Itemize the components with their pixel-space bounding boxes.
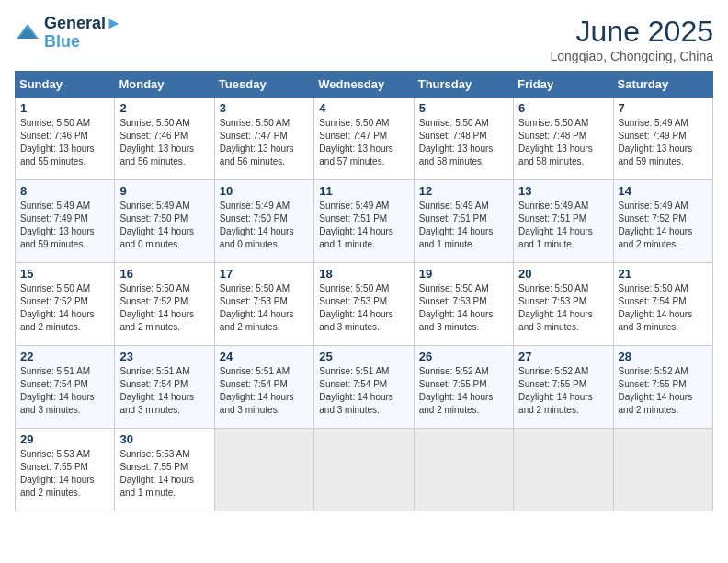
day-cell: 8Sunrise: 5:49 AM Sunset: 7:49 PM Daylig… [16, 180, 115, 263]
day-number: 23 [119, 350, 209, 363]
logo-icon [15, 20, 40, 46]
day-number: 25 [319, 350, 408, 363]
day-cell: 6Sunrise: 5:50 AM Sunset: 7:48 PM Daylig… [514, 98, 613, 180]
day-number: 5 [419, 101, 508, 115]
day-info: Sunrise: 5:52 AM Sunset: 7:55 PM Dayligh… [619, 365, 708, 417]
day-cell: 15Sunrise: 5:50 AM Sunset: 7:52 PM Dayli… [16, 263, 115, 346]
day-cell [314, 429, 414, 511]
day-number: 2 [119, 101, 209, 115]
day-cell: 22Sunrise: 5:51 AM Sunset: 7:54 PM Dayli… [16, 346, 115, 429]
day-info: Sunrise: 5:50 AM Sunset: 7:46 PM Dayligh… [119, 117, 209, 168]
day-cell: 3Sunrise: 5:50 AM Sunset: 7:47 PM Daylig… [214, 98, 313, 180]
day-number: 15 [20, 267, 109, 281]
col-header-friday: Friday [514, 72, 613, 98]
day-info: Sunrise: 5:51 AM Sunset: 7:54 PM Dayligh… [119, 365, 209, 417]
day-number: 7 [619, 101, 708, 115]
day-number: 3 [220, 101, 309, 115]
day-cell: 10Sunrise: 5:49 AM Sunset: 7:50 PM Dayli… [214, 180, 313, 263]
week-row-4: 22Sunrise: 5:51 AM Sunset: 7:54 PM Dayli… [16, 346, 713, 429]
col-header-wednesday: Wednesday [314, 72, 414, 98]
day-number: 22 [20, 350, 109, 363]
day-cell: 27Sunrise: 5:52 AM Sunset: 7:55 PM Dayli… [514, 346, 613, 429]
day-info: Sunrise: 5:53 AM Sunset: 7:55 PM Dayligh… [119, 448, 209, 500]
day-number: 29 [20, 432, 109, 446]
day-number: 10 [220, 184, 309, 198]
day-info: Sunrise: 5:49 AM Sunset: 7:52 PM Dayligh… [619, 200, 708, 251]
day-cell: 1Sunrise: 5:50 AM Sunset: 7:46 PM Daylig… [16, 98, 115, 180]
day-number: 19 [419, 267, 508, 281]
day-cell [613, 429, 712, 511]
day-number: 12 [419, 184, 508, 198]
col-header-saturday: Saturday [613, 72, 712, 98]
day-cell: 13Sunrise: 5:49 AM Sunset: 7:51 PM Dayli… [514, 180, 613, 263]
day-info: Sunrise: 5:50 AM Sunset: 7:53 PM Dayligh… [518, 282, 608, 334]
day-cell: 25Sunrise: 5:51 AM Sunset: 7:54 PM Dayli… [314, 346, 414, 429]
day-number: 18 [319, 267, 408, 281]
day-info: Sunrise: 5:50 AM Sunset: 7:52 PM Dayligh… [119, 282, 209, 334]
day-cell [414, 429, 513, 511]
day-cell: 18Sunrise: 5:50 AM Sunset: 7:53 PM Dayli… [314, 263, 414, 346]
day-info: Sunrise: 5:50 AM Sunset: 7:52 PM Dayligh… [20, 282, 109, 334]
col-header-monday: Monday [115, 72, 214, 98]
day-cell: 28Sunrise: 5:52 AM Sunset: 7:55 PM Dayli… [613, 346, 712, 429]
day-info: Sunrise: 5:50 AM Sunset: 7:47 PM Dayligh… [220, 117, 309, 168]
day-cell: 21Sunrise: 5:50 AM Sunset: 7:54 PM Dayli… [613, 263, 712, 346]
month-title: June 2025 [551, 15, 713, 49]
day-cell: 17Sunrise: 5:50 AM Sunset: 7:53 PM Dayli… [214, 263, 313, 346]
day-info: Sunrise: 5:53 AM Sunset: 7:55 PM Dayligh… [20, 448, 109, 500]
day-number: 28 [619, 350, 708, 363]
day-info: Sunrise: 5:51 AM Sunset: 7:54 PM Dayligh… [319, 365, 408, 417]
day-cell: 11Sunrise: 5:49 AM Sunset: 7:51 PM Dayli… [314, 180, 414, 263]
day-number: 4 [319, 101, 408, 115]
day-number: 6 [518, 101, 608, 115]
day-info: Sunrise: 5:50 AM Sunset: 7:46 PM Dayligh… [20, 117, 109, 168]
day-cell: 23Sunrise: 5:51 AM Sunset: 7:54 PM Dayli… [115, 346, 214, 429]
day-cell: 5Sunrise: 5:50 AM Sunset: 7:48 PM Daylig… [414, 98, 513, 180]
day-cell: 24Sunrise: 5:51 AM Sunset: 7:54 PM Dayli… [214, 346, 313, 429]
day-number: 9 [119, 184, 209, 198]
day-cell [514, 429, 613, 511]
day-number: 17 [220, 267, 309, 281]
day-info: Sunrise: 5:50 AM Sunset: 7:53 PM Dayligh… [220, 282, 309, 334]
day-number: 16 [119, 267, 209, 281]
day-cell: 19Sunrise: 5:50 AM Sunset: 7:53 PM Dayli… [414, 263, 513, 346]
calendar-table: SundayMondayTuesdayWednesdayThursdayFrid… [15, 71, 713, 511]
day-cell: 7Sunrise: 5:49 AM Sunset: 7:49 PM Daylig… [613, 98, 712, 180]
day-cell: 16Sunrise: 5:50 AM Sunset: 7:52 PM Dayli… [115, 263, 214, 346]
day-cell: 30Sunrise: 5:53 AM Sunset: 7:55 PM Dayli… [115, 429, 214, 511]
day-cell: 20Sunrise: 5:50 AM Sunset: 7:53 PM Dayli… [514, 263, 613, 346]
day-number: 21 [619, 267, 708, 281]
day-number: 13 [518, 184, 608, 198]
day-info: Sunrise: 5:49 AM Sunset: 7:49 PM Dayligh… [619, 117, 708, 168]
day-info: Sunrise: 5:50 AM Sunset: 7:54 PM Dayligh… [619, 282, 708, 334]
day-info: Sunrise: 5:49 AM Sunset: 7:50 PM Dayligh… [119, 200, 209, 251]
day-number: 11 [319, 184, 408, 198]
day-cell: 29Sunrise: 5:53 AM Sunset: 7:55 PM Dayli… [16, 429, 115, 511]
day-number: 24 [220, 350, 309, 363]
day-info: Sunrise: 5:52 AM Sunset: 7:55 PM Dayligh… [419, 365, 508, 417]
day-info: Sunrise: 5:49 AM Sunset: 7:51 PM Dayligh… [419, 200, 508, 251]
day-cell [214, 429, 313, 511]
day-info: Sunrise: 5:50 AM Sunset: 7:53 PM Dayligh… [319, 282, 408, 334]
day-info: Sunrise: 5:51 AM Sunset: 7:54 PM Dayligh… [220, 365, 309, 417]
logo: General► Blue [15, 15, 122, 52]
week-row-3: 15Sunrise: 5:50 AM Sunset: 7:52 PM Dayli… [16, 263, 713, 346]
day-number: 20 [518, 267, 608, 281]
col-header-thursday: Thursday [414, 72, 513, 98]
week-row-5: 29Sunrise: 5:53 AM Sunset: 7:55 PM Dayli… [16, 429, 713, 511]
day-cell: 9Sunrise: 5:49 AM Sunset: 7:50 PM Daylig… [115, 180, 214, 263]
day-cell: 12Sunrise: 5:49 AM Sunset: 7:51 PM Dayli… [414, 180, 513, 263]
day-info: Sunrise: 5:51 AM Sunset: 7:54 PM Dayligh… [20, 365, 109, 417]
day-info: Sunrise: 5:50 AM Sunset: 7:48 PM Dayligh… [419, 117, 508, 168]
day-number: 26 [419, 350, 508, 363]
day-info: Sunrise: 5:50 AM Sunset: 7:47 PM Dayligh… [319, 117, 408, 168]
day-number: 8 [20, 184, 109, 198]
day-cell: 14Sunrise: 5:49 AM Sunset: 7:52 PM Dayli… [613, 180, 712, 263]
day-number: 14 [619, 184, 708, 198]
week-row-1: 1Sunrise: 5:50 AM Sunset: 7:46 PM Daylig… [16, 98, 713, 180]
day-info: Sunrise: 5:50 AM Sunset: 7:48 PM Dayligh… [518, 117, 608, 168]
day-info: Sunrise: 5:49 AM Sunset: 7:51 PM Dayligh… [518, 200, 608, 251]
day-info: Sunrise: 5:52 AM Sunset: 7:55 PM Dayligh… [518, 365, 608, 417]
day-info: Sunrise: 5:49 AM Sunset: 7:49 PM Dayligh… [20, 200, 109, 251]
day-number: 27 [518, 350, 608, 363]
